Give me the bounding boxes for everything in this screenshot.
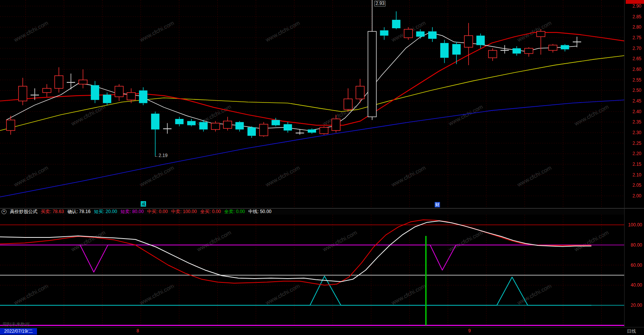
- timeline-month: 9: [468, 328, 471, 333]
- watermark: www.cfchi.com: [390, 164, 427, 188]
- indicator-param-1: 确认: 78.16: [67, 208, 91, 215]
- watermark: www.cfchi.com: [390, 282, 427, 306]
- watermark: www.cfchi.com: [138, 164, 175, 188]
- chart-canvas[interactable]: www.cfchi.comwww.cfchi.comwww.cfchi.comw…: [0, 0, 644, 335]
- price-tick: 2.10: [626, 172, 641, 178]
- price-tick: 2.50: [626, 88, 641, 93]
- indicator-curve-magenta-sell-signal: [0, 245, 591, 272]
- price-tick: 2.05: [626, 183, 641, 188]
- price-tick: 2.40: [626, 109, 641, 114]
- collapse-indicator-icon[interactable]: ▾: [2, 209, 6, 214]
- timeline-month: 8: [137, 328, 139, 333]
- indicator-tick: 60.00: [625, 263, 642, 268]
- low-price-annotation: ←2.19: [154, 153, 167, 158]
- price-tick: 2.15: [626, 162, 641, 167]
- indicator-header: ▾ 高价炒股公式 买卖: 78.63确认: 78.16短买: 20.00短卖: …: [0, 208, 624, 215]
- price-tick: 2.75: [626, 35, 641, 40]
- watermark: www.cfchi.com: [264, 164, 301, 188]
- watermark: www.cfchi.com: [264, 19, 301, 43]
- indicator-param-0: 买卖: 78.63: [41, 208, 64, 215]
- indicator-curve-white: [0, 221, 591, 282]
- price-tick: 2.70: [626, 46, 641, 51]
- indicator-title[interactable]: 高价炒股公式: [10, 208, 37, 215]
- indicator-tick: 40.00: [625, 282, 642, 288]
- price-tick: 2.20: [626, 151, 641, 156]
- watermark: www.cfchi.com: [138, 19, 175, 43]
- price-tick: 2.35: [626, 119, 641, 125]
- watermark: www.cfchi.com: [264, 282, 301, 306]
- date-box: 2022/07/19/二: [0, 328, 37, 335]
- watermark: www.cfchi.com: [447, 229, 484, 253]
- event-marker: 减: [141, 201, 146, 207]
- indicator-param-8: 中线: 50.00: [248, 208, 271, 215]
- watermark: www.cfchi.com: [196, 229, 232, 253]
- watermark: www.cfchi.com: [516, 164, 552, 188]
- watermark: www.cfchi.com: [70, 229, 106, 253]
- price-tick: 2.00: [626, 193, 641, 199]
- price-tick: 2.85: [626, 14, 641, 19]
- watermark: www.cfchi.com: [70, 103, 106, 127]
- watermark: www.cfchi.com: [516, 19, 552, 43]
- watermark: www.cfchi.com: [573, 229, 610, 253]
- watermark: www.cfchi.com: [321, 229, 358, 253]
- indicator-param-5: 中卖: 100.00: [171, 208, 197, 215]
- status-bar: [0, 327, 644, 335]
- period-label[interactable]: 日线: [627, 328, 636, 335]
- watermark: www.cfchi.com: [13, 282, 49, 306]
- indicator-param-6: 全买: 0.00: [200, 208, 221, 215]
- price-tick: 2.80: [626, 24, 641, 30]
- indicator-param-4: 中买: 0.00: [147, 208, 168, 215]
- price-tick: 2.60: [626, 67, 641, 72]
- indicator-tick: 100.00: [625, 222, 642, 228]
- price-tick: 2.55: [626, 77, 641, 83]
- price-tick: 2.25: [626, 141, 641, 146]
- high-price-annotation: 2.93: [374, 1, 385, 6]
- watermark: www.cfchi.com: [138, 282, 175, 306]
- price-tick: 2.90: [626, 3, 641, 9]
- watermarks: www.cfchi.comwww.cfchi.comwww.cfchi.comw…: [13, 19, 610, 306]
- event-marker: 财: [435, 202, 440, 207]
- indicator-tick: 20.00: [625, 303, 642, 308]
- indicator-param-7: 全卖: 0.00: [224, 208, 245, 215]
- indicator-param-2: 短买: 20.00: [94, 208, 117, 215]
- watermark: www.cfchi.com: [13, 164, 49, 188]
- price-tick: 2.45: [626, 98, 641, 104]
- indicator-tick: 80.00: [625, 242, 642, 248]
- price-tick: 2.30: [626, 130, 641, 135]
- price-tick: 2.65: [626, 56, 641, 61]
- watermark: www.cfchi.com: [13, 19, 49, 43]
- indicator-param-3: 短卖: 80.00: [120, 208, 144, 215]
- stock-chart-app: www.cfchi.comwww.cfchi.comwww.cfchi.comw…: [0, 0, 644, 335]
- watermark: www.cfchi.com: [573, 103, 610, 127]
- watermark: www.cfchi.com: [447, 103, 484, 127]
